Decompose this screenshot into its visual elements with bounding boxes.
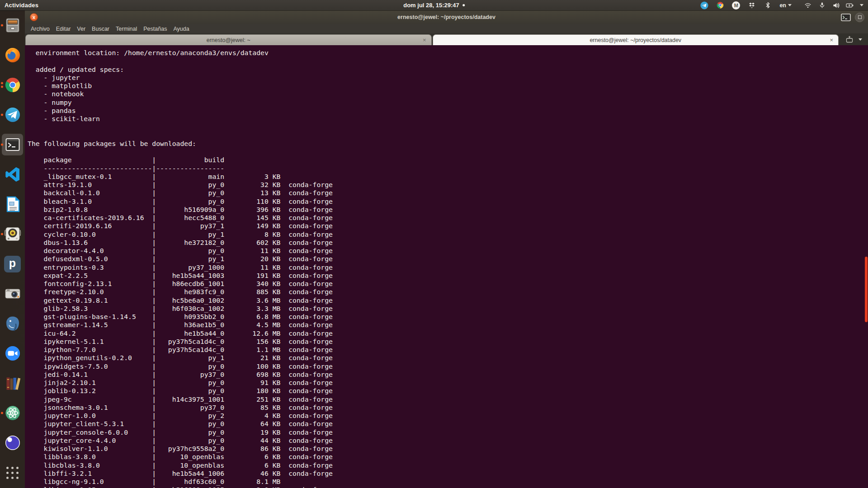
new-tab-button[interactable]	[845, 36, 854, 43]
dock-item-postgresql[interactable]	[0, 309, 25, 338]
clock-menu[interactable]: dom jul 28, 15:29:47	[403, 2, 465, 9]
terminal-screen[interactable]: environment location: /home/ernesto/anac…	[25, 45, 868, 488]
caret-down-icon	[788, 4, 792, 6]
camera-icon	[4, 285, 22, 303]
dock-item-p-app[interactable]: p	[0, 249, 25, 279]
dock: p	[0, 10, 25, 488]
menu-pestanas[interactable]: Pestañas	[143, 26, 167, 32]
activities-button[interactable]: Actividades	[5, 2, 38, 9]
window-restore-button[interactable]	[855, 13, 864, 22]
running-indicator	[1, 144, 3, 146]
window-title: ernesto@jewel: ~/proyectos/datadev	[397, 14, 495, 20]
dropbox-tray-icon[interactable]	[748, 1, 756, 9]
chrome-icon	[4, 76, 22, 94]
terminal-icon	[4, 136, 22, 154]
terminal-window: x ernesto@jewel: ~/proyectos/datadev Arc…	[25, 10, 868, 488]
menu-archivo[interactable]: Archivo	[31, 26, 50, 32]
calibre-icon	[4, 374, 22, 392]
wifi-icon[interactable]	[804, 1, 812, 9]
dock-item-camera[interactable]	[0, 279, 25, 309]
menu-editar[interactable]: Editar	[56, 26, 71, 32]
terminal-output: environment location: /home/ernesto/anac…	[28, 49, 868, 488]
show-applications-icon	[4, 464, 22, 482]
language-label: en	[779, 2, 786, 9]
tab-close-icon[interactable]: ×	[423, 37, 426, 43]
mega-tray-icon[interactable]: M	[732, 1, 740, 9]
tab-label: ernesto@jewel: ~	[207, 37, 250, 43]
atom-icon	[4, 404, 22, 422]
menu-bar: ArchivoEditarVerBuscarTerminalPestañasAy…	[25, 24, 868, 33]
tab-bar: ernesto@jewel: ~×ernesto@jewel: ~/proyec…	[25, 33, 868, 45]
menu-terminal[interactable]: Terminal	[116, 26, 137, 32]
dock-item-vscode[interactable]	[0, 160, 25, 189]
language-indicator[interactable]: en	[779, 2, 792, 9]
window-close-button[interactable]: x	[30, 13, 38, 21]
vscode-icon	[4, 165, 22, 183]
app-terminal-icon	[841, 14, 851, 21]
tab-close-icon[interactable]: ×	[830, 37, 833, 43]
tab-strip: ernesto@jewel: ~×ernesto@jewel: ~/proyec…	[25, 33, 839, 45]
postgresql-icon	[4, 314, 22, 333]
bluetooth-icon[interactable]	[764, 1, 772, 9]
tab-label: ernesto@jewel: ~/proyectos/datadev	[590, 37, 681, 43]
running-indicator	[1, 82, 3, 88]
dock-item-chrome[interactable]	[0, 70, 25, 100]
dock-item-terminal[interactable]	[0, 130, 25, 160]
clock-label: dom jul 28, 15:29:47	[403, 2, 459, 9]
battery-charging-icon[interactable]	[846, 1, 854, 9]
tab-list-caret-icon[interactable]	[859, 38, 862, 41]
system-menu-caret-icon[interactable]	[860, 4, 863, 6]
running-indicator	[1, 114, 3, 116]
dock-item-zoom[interactable]	[0, 338, 25, 368]
menu-ver[interactable]: Ver	[77, 26, 85, 32]
dock-item-files[interactable]	[0, 10, 25, 40]
terminal-scrollbar[interactable]	[865, 257, 868, 322]
telegram-tray-icon[interactable]	[700, 1, 708, 9]
running-indicator	[1, 412, 3, 414]
libreoffice-writer-icon	[4, 195, 22, 213]
tab-2[interactable]: ernesto@jewel: ~/proyectos/datadev×	[433, 34, 839, 45]
telegram-icon	[4, 106, 22, 124]
microphone-icon[interactable]	[818, 1, 826, 9]
dock-item-moon-app[interactable]	[0, 428, 25, 458]
dock-item-libreoffice-writer[interactable]	[0, 189, 25, 219]
running-indicator	[1, 233, 3, 235]
tab-1[interactable]: ernesto@jewel: ~×	[25, 34, 432, 45]
dock-item-atom[interactable]	[0, 398, 25, 428]
notification-dot	[462, 4, 465, 6]
volume-icon[interactable]	[832, 1, 840, 9]
chrome-tray-icon[interactable]	[716, 1, 724, 9]
files-icon	[4, 16, 22, 34]
rhythmbox-icon	[4, 225, 22, 243]
firefox-icon	[4, 46, 22, 64]
dock-item-show-applications[interactable]	[0, 458, 25, 488]
p-letter: p	[4, 256, 21, 272]
title-bar[interactable]: x ernesto@jewel: ~/proyectos/datadev	[25, 10, 868, 24]
menu-buscar[interactable]: Buscar	[92, 26, 109, 32]
top-bar: Actividades dom jul 28, 15:29:47 M en	[0, 0, 868, 10]
moon-app-icon	[4, 434, 22, 452]
running-indicator	[1, 24, 3, 27]
p-app-icon: p	[4, 255, 22, 273]
zoom-icon	[4, 344, 22, 362]
dock-item-telegram[interactable]	[0, 100, 25, 130]
dock-item-rhythmbox[interactable]	[0, 219, 25, 249]
dock-item-firefox[interactable]	[0, 40, 25, 70]
dock-item-calibre[interactable]	[0, 368, 25, 398]
menu-ayuda[interactable]: Ayuda	[173, 26, 189, 32]
